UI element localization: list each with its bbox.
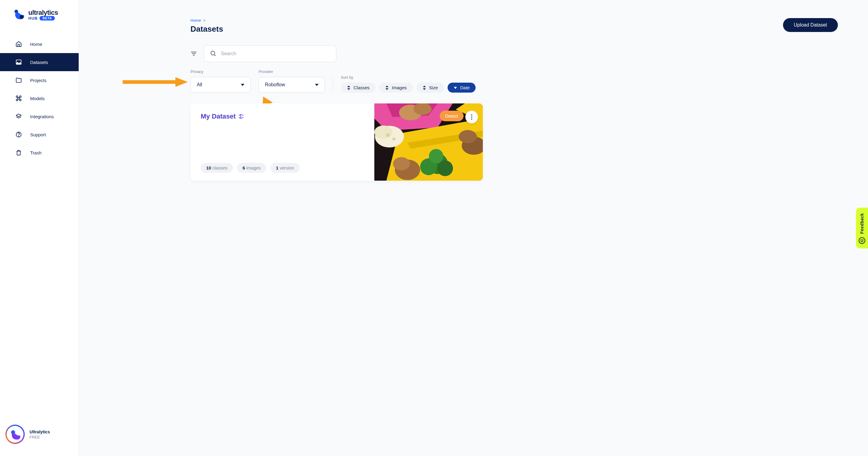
- svg-point-44: [471, 116, 472, 118]
- svg-marker-16: [347, 86, 350, 87]
- svg-marker-19: [385, 88, 389, 90]
- logo-brand-text: ultralytics: [28, 9, 58, 17]
- feedback-icon: [858, 237, 866, 244]
- sidebar-item-label: Integrations: [30, 114, 54, 119]
- meta-images: 6images: [237, 163, 267, 173]
- privacy-label: Privacy: [190, 69, 251, 74]
- logo-icon: [13, 8, 25, 21]
- logo[interactable]: ultralytics HUB BETA: [0, 8, 79, 28]
- dataset-more-button[interactable]: [465, 111, 478, 123]
- trash-icon: [15, 149, 22, 156]
- sort-icon: [347, 86, 350, 90]
- provider-value: Roboflow: [265, 82, 285, 87]
- sort-icon: [385, 86, 389, 90]
- sidebar-item-label: Models: [30, 96, 44, 101]
- chip-label: Images: [392, 85, 407, 90]
- svg-point-31: [437, 161, 453, 176]
- svg-point-40: [374, 125, 393, 139]
- sort-chip-date[interactable]: Date: [447, 83, 476, 93]
- command-icon: [15, 95, 22, 102]
- filter-icon: [190, 50, 197, 57]
- svg-marker-8: [176, 77, 188, 87]
- svg-marker-18: [385, 86, 389, 87]
- meta-classes: 10classes: [201, 163, 233, 173]
- logo-hub-text: HUB: [28, 16, 38, 21]
- provider-select[interactable]: Roboflow: [258, 77, 325, 93]
- sort-desc-icon: [454, 86, 457, 90]
- meta-versions: 1version: [270, 163, 300, 173]
- sort-group: Sort by Classes Images Size: [341, 75, 475, 93]
- sidebar-item-datasets[interactable]: Datasets: [0, 53, 79, 71]
- sort-chip-classes[interactable]: Classes: [341, 83, 375, 93]
- roboflow-icon: [238, 113, 244, 119]
- caret-down-icon: [315, 84, 318, 86]
- sort-chip-size[interactable]: Size: [416, 83, 444, 93]
- svg-marker-22: [454, 87, 457, 89]
- sidebar-item-integrations[interactable]: Integrations: [0, 107, 79, 125]
- sidebar-item-home[interactable]: Home: [0, 35, 79, 53]
- feedback-tab[interactable]: Feedback: [856, 208, 868, 249]
- sort-icon: [423, 86, 426, 90]
- folder-icon: [15, 77, 22, 84]
- page-title: Datasets: [190, 24, 223, 34]
- breadcrumb: Home >: [190, 18, 784, 23]
- sidebar-item-models[interactable]: Models: [0, 89, 79, 107]
- svg-point-32: [429, 149, 443, 164]
- logo-beta-badge: BETA: [39, 16, 55, 21]
- sidebar-nav: Home Datasets Projects Models Integratio…: [0, 35, 79, 162]
- provider-label: Provider: [258, 69, 325, 74]
- filter-toggle-button[interactable]: [190, 50, 197, 57]
- image-icon: [15, 58, 22, 66]
- breadcrumb-home[interactable]: Home: [190, 18, 201, 23]
- sidebar: ultralytics HUB BETA Home Datasets Proje…: [0, 0, 79, 456]
- chip-label: Classes: [353, 85, 370, 90]
- chip-label: Date: [460, 85, 470, 90]
- layers-icon: [15, 113, 22, 120]
- sort-chip-images[interactable]: Images: [379, 83, 412, 93]
- privacy-value: All: [197, 82, 202, 87]
- chip-label: Size: [429, 85, 438, 90]
- sidebar-item-trash[interactable]: Trash: [0, 144, 79, 162]
- svg-point-45: [471, 118, 472, 120]
- dataset-meta: 10classes 6images 1version: [201, 163, 365, 173]
- sidebar-item-label: Trash: [30, 150, 41, 155]
- sidebar-user-plan: FREE: [30, 435, 50, 439]
- help-icon: [15, 131, 22, 138]
- svg-point-41: [386, 133, 390, 137]
- annotation-arrow-1: [123, 76, 189, 88]
- search-icon: [210, 50, 217, 57]
- svg-point-1: [20, 15, 24, 19]
- svg-marker-20: [423, 86, 426, 87]
- sidebar-user[interactable]: Ultralytics FREE: [0, 418, 79, 456]
- svg-point-43: [471, 114, 472, 115]
- svg-point-4: [19, 136, 19, 136]
- more-vertical-icon: [471, 114, 472, 120]
- svg-point-12: [211, 51, 215, 55]
- privacy-select[interactable]: All: [190, 77, 251, 93]
- caret-down-icon: [241, 84, 244, 86]
- sidebar-item-label: Support: [30, 132, 46, 137]
- dataset-card[interactable]: My Dataset 10classes 6images 1version: [190, 104, 483, 181]
- avatar: [5, 425, 25, 444]
- upload-dataset-button[interactable]: Upload Dataset: [783, 18, 838, 32]
- dataset-title: My Dataset: [201, 113, 365, 120]
- sidebar-item-label: Projects: [30, 78, 46, 83]
- main-content: Upload Dataset Home > Datasets: [79, 0, 868, 456]
- sort-label: Sort by: [341, 75, 475, 80]
- sidebar-item-projects[interactable]: Projects: [0, 71, 79, 89]
- svg-point-46: [859, 237, 865, 244]
- svg-marker-17: [347, 88, 350, 90]
- svg-point-47: [861, 239, 861, 240]
- provider-filter: Provider Roboflow: [258, 69, 325, 93]
- sidebar-user-name: Ultralytics: [30, 429, 50, 434]
- detect-badge: Detect: [440, 111, 464, 121]
- home-icon: [15, 40, 22, 48]
- dataset-thumbnail: Detect: [374, 104, 483, 181]
- sidebar-item-label: Home: [30, 41, 42, 47]
- privacy-filter: Privacy All: [190, 69, 251, 93]
- sidebar-item-support[interactable]: Support: [0, 125, 79, 144]
- breadcrumb-separator: >: [203, 18, 206, 23]
- search-box[interactable]: [204, 45, 336, 62]
- sidebar-item-label: Datasets: [30, 60, 48, 65]
- search-input[interactable]: [221, 51, 330, 56]
